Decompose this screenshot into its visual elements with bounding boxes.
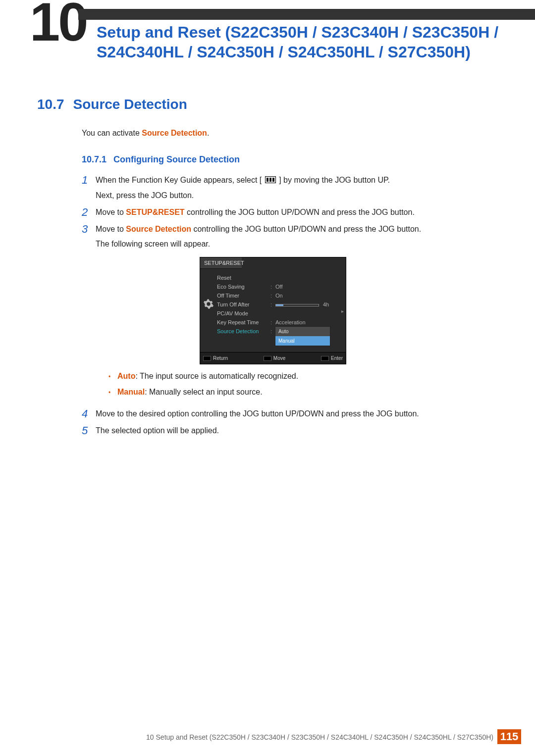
intro-suffix: .	[207, 129, 209, 137]
bullet-text: : The input source is automatically reco…	[135, 372, 298, 380]
osd-label: Source Detection	[217, 327, 270, 336]
step-4: 4 Move to the desired option controlling…	[82, 408, 500, 420]
intro-line: You can activate Source Detection.	[82, 129, 209, 138]
svg-rect-3	[272, 178, 274, 182]
step-number: 1	[82, 174, 96, 202]
osd-tab: SETUP&RESET	[200, 257, 242, 269]
bullet-auto: Auto: The input source is automatically …	[108, 370, 500, 382]
step1-text-c: Next, press the JOG button.	[96, 190, 500, 202]
section-heading: 10.7Source Detection	[37, 97, 187, 112]
osd-footer-move: Move	[264, 354, 285, 362]
step3-highlight: Source Detection	[126, 225, 191, 233]
osd-dropdown: Auto Manual	[275, 326, 330, 346]
subsection-heading: 10.7.1Configuring Source Detection	[82, 154, 240, 165]
osd-row-keyrepeat: Key Repeat Time:Acceleration	[217, 318, 341, 326]
page-number: 115	[497, 729, 521, 744]
osd-footer: Return Move Enter	[200, 352, 346, 364]
osd-body: Reset Eco Saving:Off Off Timer:On Turn O…	[200, 269, 346, 352]
gear-icon	[203, 299, 214, 309]
osd-option-auto: Auto	[275, 327, 330, 336]
step-number: 5	[82, 425, 96, 437]
chevron-right-icon: ▸	[341, 307, 344, 315]
osd-row-reset: Reset	[217, 274, 341, 282]
chapter-number-bg: 10	[30, 0, 86, 44]
intro-prefix: You can activate	[82, 129, 142, 137]
step1-text-a: When the Function Key Guide appears, sel…	[96, 176, 262, 184]
section-number: 10.7	[37, 97, 64, 112]
step3-text-b: controlling the JOG button UP/DOWN and p…	[191, 225, 421, 233]
step2-text-a: Move to	[96, 208, 126, 216]
step-1: 1 When the Function Key Guide appears, s…	[82, 174, 500, 202]
osd-row-eco: Eco Saving:Off	[217, 283, 341, 291]
osd-row-turnoff: Turn Off After:4h	[217, 301, 341, 308]
step-number: 2	[82, 206, 96, 218]
osd-slider-value: 4h	[323, 302, 329, 307]
osd-value: Off	[275, 283, 341, 291]
subsection-title: Configuring Source Detection	[113, 154, 240, 164]
step-number: 3	[82, 223, 96, 403]
osd-value: 4h	[275, 301, 341, 309]
osd-row-offtimer: Off Timer:On	[217, 292, 341, 300]
osd-footer-enter: Enter	[321, 354, 343, 362]
osd-value: Acceleration	[275, 318, 341, 327]
osd-option-manual: Manual	[275, 336, 330, 346]
bullet-label: Manual	[117, 388, 145, 396]
steps-list: 1 When the Function Key Guide appears, s…	[82, 174, 500, 442]
step4-text: Move to the desired option controlling t…	[96, 408, 500, 420]
step-2: 2 Move to SETUP&RESET controlling the JO…	[82, 206, 500, 218]
header-band	[78, 9, 535, 20]
step-5: 5 The selected option will be applied.	[82, 425, 500, 437]
step3-text-a: Move to	[96, 225, 126, 233]
intro-term: Source Detection	[142, 129, 207, 137]
osd-label: Eco Saving	[217, 283, 270, 291]
osd-row-pcav: PC/AV Mode	[217, 309, 341, 317]
osd-label: Key Repeat Time	[217, 318, 270, 327]
option-bullets: Auto: The input source is automatically …	[108, 370, 500, 398]
osd-label: Turn Off After	[217, 301, 270, 309]
step3-text-c: The following screen will appear.	[96, 238, 500, 250]
menu-grid-icon	[265, 175, 276, 187]
step-3: 3 Move to Source Detection controlling t…	[82, 223, 500, 403]
footer-text: 10 Setup and Reset (S22C350H / S23C340H …	[146, 733, 493, 741]
step1-text-b: ] by moving the JOG button UP.	[279, 176, 390, 184]
section-title: Source Detection	[73, 97, 187, 112]
bullet-label: Auto	[117, 372, 135, 380]
osd-label: Reset	[217, 274, 270, 282]
osd-screenshot: SETUP&RESET Reset Eco Saving:Off Off Tim…	[200, 257, 346, 364]
osd-footer-return: Return	[203, 354, 228, 362]
osd-label: Off Timer	[217, 292, 270, 300]
page-footer: 10 Setup and Reset (S22C350H / S23C340H …	[0, 729, 535, 744]
bullet-text: : Manually select an input source.	[145, 388, 262, 396]
osd-slider	[275, 304, 319, 306]
svg-rect-1	[267, 178, 268, 182]
svg-rect-2	[269, 178, 271, 182]
step-number: 4	[82, 408, 96, 420]
chapter-title: Setup and Reset (S22C350H / S23C340H / S…	[97, 22, 505, 62]
step2-highlight: SETUP&RESET	[126, 208, 184, 216]
osd-label: PC/AV Mode	[217, 309, 270, 318]
step5-text: The selected option will be applied.	[96, 425, 500, 437]
subsection-number: 10.7.1	[82, 154, 107, 164]
osd-value: On	[275, 292, 341, 300]
bullet-manual: Manual: Manually select an input source.	[108, 386, 500, 398]
step2-text-b: controlling the JOG button UP/DOWN and p…	[185, 208, 415, 216]
